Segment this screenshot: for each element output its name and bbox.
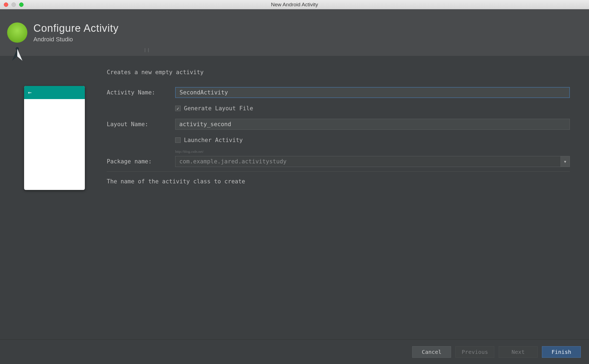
- generate-layout-label: Generate Layout File: [184, 105, 253, 112]
- android-studio-logo-icon: [7, 22, 27, 43]
- layout-name-label: Layout Name:: [107, 121, 175, 128]
- wizard-subtitle: Android Studio: [33, 36, 119, 43]
- phone-frame: ←: [24, 86, 85, 190]
- activity-preview: ←: [24, 86, 85, 339]
- compass-icon: [7, 43, 27, 63]
- activity-name-input[interactable]: [175, 87, 570, 98]
- phone-actionbar: ←: [24, 86, 85, 99]
- watermark-text: http://blog.csdn.net/: [175, 149, 570, 154]
- wizard-content: ← Creates a new empty activity Activity …: [0, 56, 589, 339]
- wizard-footer: Cancel Previous Next Finish: [0, 339, 589, 364]
- package-name-input[interactable]: [175, 156, 561, 167]
- wizard-title: Configure Activity: [33, 22, 119, 34]
- field-help-text: The name of the activity class to create: [107, 171, 570, 185]
- package-name-label: Package name:: [107, 158, 175, 165]
- resize-handle-icon[interactable]: ||: [144, 48, 151, 52]
- configure-form: Creates a new empty activity Activity Na…: [107, 69, 581, 339]
- wizard-header: Configure Activity Android Studio ||: [0, 9, 589, 56]
- row-package-name: Package name: ▾: [107, 155, 570, 167]
- row-launcher-activity: Launcher Activity: [107, 134, 570, 146]
- chevron-down-icon: ▾: [564, 158, 567, 165]
- row-generate-layout: Generate Layout File: [107, 102, 570, 114]
- launcher-activity-checkbox[interactable]: [175, 137, 181, 143]
- wizard-header-text: Configure Activity Android Studio: [33, 22, 119, 43]
- previous-button: Previous: [455, 346, 494, 358]
- package-name-dropdown-button[interactable]: ▾: [561, 156, 570, 167]
- back-arrow-icon: ←: [28, 89, 31, 96]
- next-button: Next: [499, 346, 538, 358]
- activity-name-label: Activity Name:: [107, 89, 175, 96]
- launcher-activity-label: Launcher Activity: [184, 137, 243, 143]
- layout-name-input[interactable]: [175, 119, 570, 130]
- generate-layout-checkbox[interactable]: [175, 106, 181, 111]
- row-layout-name: Layout Name:: [107, 118, 570, 130]
- window-title: New Android Activity: [0, 2, 589, 8]
- form-description: Creates a new empty activity: [107, 69, 570, 76]
- row-activity-name: Activity Name:: [107, 86, 570, 99]
- cancel-button[interactable]: Cancel: [412, 346, 451, 358]
- window-titlebar: New Android Activity: [0, 0, 589, 9]
- finish-button[interactable]: Finish: [542, 346, 581, 358]
